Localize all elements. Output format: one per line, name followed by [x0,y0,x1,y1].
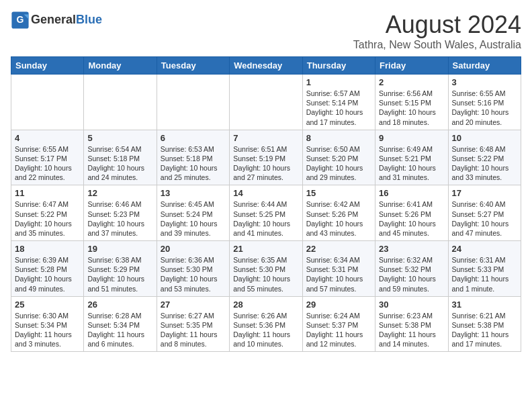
day-number: 8 [306,133,371,143]
calendar-cell: 9Sunrise: 6:49 AM Sunset: 5:21 PM Daylig… [375,130,448,185]
day-number: 27 [161,300,226,310]
location-title: Tathra, New South Wales, Australia [353,39,521,51]
day-info: Sunrise: 6:38 AM Sunset: 5:29 PM Dayligh… [87,255,152,293]
day-number: 12 [87,188,152,198]
day-number: 10 [452,133,517,143]
calendar-cell: 15Sunrise: 6:42 AM Sunset: 5:26 PM Dayli… [302,185,375,241]
calendar-cell: 11Sunrise: 6:47 AM Sunset: 5:22 PM Dayli… [11,185,84,241]
calendar-week-row: 18Sunrise: 6:39 AM Sunset: 5:28 PM Dayli… [11,241,521,297]
day-info: Sunrise: 6:45 AM Sunset: 5:24 PM Dayligh… [161,199,226,238]
day-info: Sunrise: 6:42 AM Sunset: 5:26 PM Dayligh… [306,199,371,238]
day-info: Sunrise: 6:39 AM Sunset: 5:28 PM Dayligh… [15,255,80,293]
weekday-header-row: SundayMondayTuesdayWednesdayThursdayFrid… [11,57,521,75]
day-info: Sunrise: 6:56 AM Sunset: 5:15 PM Dayligh… [379,89,444,127]
calendar-week-row: 25Sunrise: 6:30 AM Sunset: 5:34 PM Dayli… [11,296,521,352]
calendar-cell [11,75,84,130]
calendar-cell: 14Sunrise: 6:44 AM Sunset: 5:25 PM Dayli… [230,185,302,241]
day-number: 24 [452,244,517,254]
calendar-cell: 22Sunrise: 6:34 AM Sunset: 5:31 PM Dayli… [302,241,375,297]
day-number: 11 [15,188,80,198]
day-info: Sunrise: 6:41 AM Sunset: 5:26 PM Dayligh… [379,199,444,238]
day-number: 5 [87,133,152,143]
day-number: 20 [161,244,226,254]
calendar-week-row: 11Sunrise: 6:47 AM Sunset: 5:22 PM Dayli… [11,185,521,241]
calendar-cell: 30Sunrise: 6:23 AM Sunset: 5:38 PM Dayli… [375,296,448,352]
calendar-cell: 8Sunrise: 6:50 AM Sunset: 5:20 PM Daylig… [302,130,375,185]
day-info: Sunrise: 6:46 AM Sunset: 5:23 PM Dayligh… [87,199,152,238]
day-info: Sunrise: 6:57 AM Sunset: 5:14 PM Dayligh… [306,89,371,127]
weekday-header-monday: Monday [84,57,157,75]
calendar-cell: 6Sunrise: 6:53 AM Sunset: 5:18 PM Daylig… [157,130,229,185]
day-number: 18 [15,244,80,254]
weekday-header-wednesday: Wednesday [230,57,302,75]
calendar-cell: 12Sunrise: 6:46 AM Sunset: 5:23 PM Dayli… [84,185,157,241]
calendar-cell: 13Sunrise: 6:45 AM Sunset: 5:24 PM Dayli… [157,185,229,241]
day-info: Sunrise: 6:36 AM Sunset: 5:30 PM Dayligh… [161,255,226,293]
day-info: Sunrise: 6:31 AM Sunset: 5:33 PM Dayligh… [452,255,517,293]
day-info: Sunrise: 6:35 AM Sunset: 5:30 PM Dayligh… [233,255,298,293]
calendar-cell: 7Sunrise: 6:51 AM Sunset: 5:19 PM Daylig… [230,130,302,185]
logo: G GeneralBlue [11,11,102,30]
day-number: 29 [306,300,371,310]
day-info: Sunrise: 6:32 AM Sunset: 5:32 PM Dayligh… [379,255,444,293]
day-info: Sunrise: 6:40 AM Sunset: 5:27 PM Dayligh… [452,199,517,238]
logo-general-text: General [31,13,76,26]
calendar-cell [230,75,302,130]
calendar-cell: 25Sunrise: 6:30 AM Sunset: 5:34 PM Dayli… [11,296,84,352]
calendar-cell: 21Sunrise: 6:35 AM Sunset: 5:30 PM Dayli… [230,241,302,297]
calendar-cell: 1Sunrise: 6:57 AM Sunset: 5:14 PM Daylig… [302,75,375,130]
calendar-cell: 10Sunrise: 6:48 AM Sunset: 5:22 PM Dayli… [448,130,521,185]
calendar-cell: 23Sunrise: 6:32 AM Sunset: 5:32 PM Dayli… [375,241,448,297]
weekday-header-sunday: Sunday [11,57,84,75]
day-number: 30 [379,300,444,310]
day-info: Sunrise: 6:51 AM Sunset: 5:19 PM Dayligh… [233,144,298,183]
day-info: Sunrise: 6:49 AM Sunset: 5:21 PM Dayligh… [379,144,444,183]
calendar-cell: 19Sunrise: 6:38 AM Sunset: 5:29 PM Dayli… [84,241,157,297]
calendar-cell: 28Sunrise: 6:26 AM Sunset: 5:36 PM Dayli… [230,296,302,352]
day-info: Sunrise: 6:30 AM Sunset: 5:34 PM Dayligh… [15,311,80,349]
day-info: Sunrise: 6:27 AM Sunset: 5:35 PM Dayligh… [161,311,226,349]
calendar-cell: 24Sunrise: 6:31 AM Sunset: 5:33 PM Dayli… [448,241,521,297]
calendar-week-row: 1Sunrise: 6:57 AM Sunset: 5:14 PM Daylig… [11,75,521,130]
day-number: 31 [452,300,517,310]
day-info: Sunrise: 6:47 AM Sunset: 5:22 PM Dayligh… [15,199,80,238]
day-number: 16 [379,188,444,198]
calendar-cell: 31Sunrise: 6:21 AM Sunset: 5:38 PM Dayli… [448,296,521,352]
weekday-header-saturday: Saturday [448,57,521,75]
weekday-header-tuesday: Tuesday [157,57,229,75]
day-number: 2 [379,77,444,87]
day-info: Sunrise: 6:34 AM Sunset: 5:31 PM Dayligh… [306,255,371,293]
day-number: 9 [379,133,444,143]
day-number: 28 [233,300,298,310]
day-info: Sunrise: 6:53 AM Sunset: 5:18 PM Dayligh… [161,144,226,183]
day-number: 6 [161,133,226,143]
calendar-week-row: 4Sunrise: 6:55 AM Sunset: 5:17 PM Daylig… [11,130,521,185]
day-number: 15 [306,188,371,198]
day-number: 23 [379,244,444,254]
day-number: 4 [15,133,80,143]
day-number: 21 [233,244,298,254]
day-number: 26 [87,300,152,310]
logo-blue-text: Blue [76,13,102,26]
calendar-cell: 17Sunrise: 6:40 AM Sunset: 5:27 PM Dayli… [448,185,521,241]
day-number: 19 [87,244,152,254]
day-number: 7 [233,133,298,143]
day-number: 3 [452,77,517,87]
day-info: Sunrise: 6:21 AM Sunset: 5:38 PM Dayligh… [452,311,517,349]
day-number: 22 [306,244,371,254]
calendar-cell: 18Sunrise: 6:39 AM Sunset: 5:28 PM Dayli… [11,241,84,297]
calendar-cell: 4Sunrise: 6:55 AM Sunset: 5:17 PM Daylig… [11,130,84,185]
calendar-cell: 16Sunrise: 6:41 AM Sunset: 5:26 PM Dayli… [375,185,448,241]
day-number: 1 [306,77,371,87]
calendar-cell: 26Sunrise: 6:28 AM Sunset: 5:34 PM Dayli… [84,296,157,352]
day-info: Sunrise: 6:23 AM Sunset: 5:38 PM Dayligh… [379,311,444,349]
day-info: Sunrise: 6:55 AM Sunset: 5:17 PM Dayligh… [15,144,80,183]
calendar-cell: 3Sunrise: 6:55 AM Sunset: 5:16 PM Daylig… [448,75,521,130]
day-info: Sunrise: 6:48 AM Sunset: 5:22 PM Dayligh… [452,144,517,183]
day-info: Sunrise: 6:44 AM Sunset: 5:25 PM Dayligh… [233,199,298,238]
svg-text:G: G [17,14,24,25]
day-info: Sunrise: 6:26 AM Sunset: 5:36 PM Dayligh… [233,311,298,349]
day-number: 25 [15,300,80,310]
day-info: Sunrise: 6:55 AM Sunset: 5:16 PM Dayligh… [452,89,517,127]
calendar-cell: 20Sunrise: 6:36 AM Sunset: 5:30 PM Dayli… [157,241,229,297]
